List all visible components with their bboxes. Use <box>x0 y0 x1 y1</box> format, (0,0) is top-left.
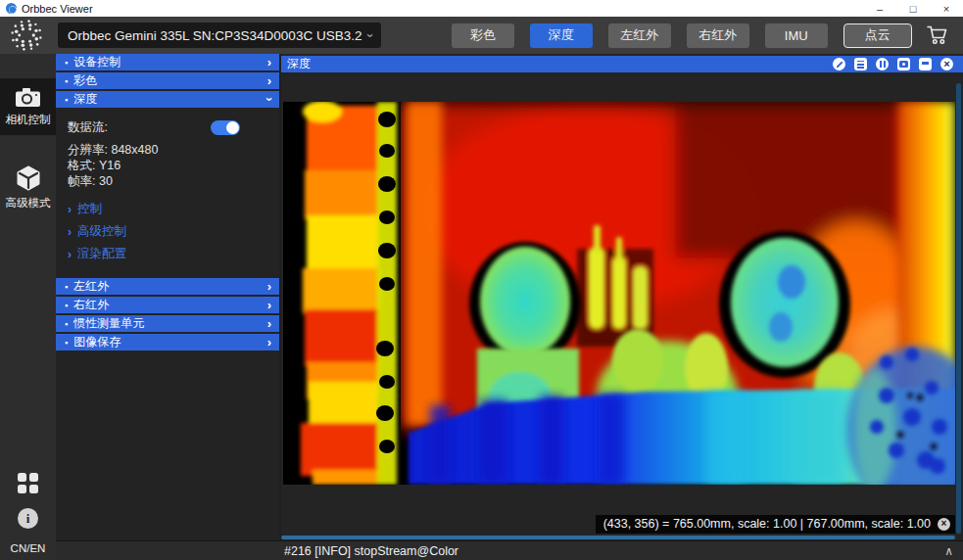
window-title: Orbbec Viewer <box>22 3 93 15</box>
cart-icon[interactable] <box>926 24 949 46</box>
pen-icon[interactable] <box>833 58 845 70</box>
format-value: 格式: Y16 <box>68 158 267 173</box>
device-selector-value: Orbbec Gemini 335L SN:CP3S34D0003C USB3.… <box>68 28 361 43</box>
bullet-icon: ▪ <box>65 338 68 348</box>
titlebar: Orbbec Viewer – □ × <box>0 0 963 17</box>
link-advanced-control[interactable]: › 高级控制 <box>68 223 267 240</box>
save-icon[interactable] <box>919 58 932 70</box>
metadata-icon[interactable] <box>854 58 867 70</box>
bullet-icon: ▪ <box>65 76 68 86</box>
close-icon[interactable]: × <box>940 58 953 70</box>
info-icon[interactable]: i <box>18 508 38 529</box>
link-label: 高级控制 <box>77 223 126 240</box>
close-button[interactable]: × <box>930 3 963 15</box>
language-toggle[interactable]: CN/EN <box>11 542 46 554</box>
link-control[interactable]: › 控制 <box>68 201 267 217</box>
section-image-save[interactable]: ▪ 图像保存 › <box>56 334 279 350</box>
control-panel: ▪ 设备控制 › ▪ 彩色 › ▪ 深度 › 数据流: 分辨率: 848x480… <box>56 54 279 540</box>
section-label: 惯性测量单元 <box>73 315 144 332</box>
pixel-status-text: (433, 356) = 765.00mm, scale: 1.00 | 767… <box>603 517 931 531</box>
section-depth[interactable]: ▪ 深度 › <box>56 91 279 108</box>
app-icon <box>6 3 17 14</box>
chevron-right-icon: › <box>267 336 271 349</box>
log-bar: #216 [INFO] stopStream@Color ∧ <box>56 540 963 560</box>
vertical-scrollbar[interactable] <box>956 83 961 534</box>
bullet-icon: ▪ <box>65 301 68 310</box>
section-label: 左红外 <box>73 278 109 295</box>
grid-icon[interactable] <box>18 473 39 494</box>
link-label: 渲染配置 <box>77 246 126 262</box>
bullet-icon: ▪ <box>65 282 68 292</box>
viewport-header-icons: × <box>833 58 957 70</box>
status-close-icon[interactable]: × <box>938 518 950 531</box>
bullet-icon: ▪ <box>65 95 68 105</box>
chevron-right-icon: › <box>267 74 271 87</box>
section-label: 彩色 <box>73 72 97 89</box>
chevron-right-icon: › <box>267 317 271 330</box>
pause-icon[interactable] <box>876 58 889 70</box>
minimize-button[interactable]: – <box>863 3 896 15</box>
cube-icon <box>16 165 41 191</box>
chevron-down-icon: › <box>263 97 275 101</box>
chevron-right-icon: › <box>267 280 271 293</box>
bullet-icon: ▪ <box>65 58 68 68</box>
depth-section-body: 数据流: 分辨率: 848x480 格式: Y16 帧率: 30 › 控制 › … <box>56 110 279 270</box>
sidebar-item-label: 相机控制 <box>6 113 51 127</box>
imu-stream-button[interactable]: IMU <box>765 23 828 48</box>
viewport-title: 深度 <box>287 56 311 72</box>
resolution-value: 分辨率: 848x480 <box>68 142 267 158</box>
log-message: #216 [INFO] stopStream@Color <box>284 544 458 558</box>
log-expand-icon[interactable]: ∧ <box>944 544 953 558</box>
framerate-value: 帧率: 30 <box>68 173 267 189</box>
sidebar-item-camera-control[interactable]: 相机控制 <box>0 78 56 135</box>
chevron-right-icon: › <box>267 299 271 311</box>
toolbar: Orbbec Gemini 335L SN:CP3S34D0003C USB3.… <box>0 17 963 54</box>
section-label: 深度 <box>73 91 97 108</box>
section-label: 右红外 <box>73 297 109 313</box>
device-selector[interactable]: Orbbec Gemini 335L SN:CP3S34D0003C USB3.… <box>58 23 381 48</box>
section-right-ir[interactable]: ▪ 右红外 › <box>56 297 279 313</box>
viewport-header: 深度 × <box>281 56 963 72</box>
depth-viewport: 深度 × <box>281 54 963 540</box>
right-ir-stream-button[interactable]: 右红外 <box>687 23 749 48</box>
maximize-button[interactable]: □ <box>896 3 930 15</box>
sidebar-item-label: 高级模式 <box>6 196 51 210</box>
section-device-control[interactable]: ▪ 设备控制 › <box>56 54 279 70</box>
color-stream-button[interactable]: 彩色 <box>452 23 514 48</box>
orbbec-logo-icon <box>7 16 46 55</box>
link-label: 控制 <box>77 201 102 217</box>
chevron-down-icon: › <box>363 33 378 37</box>
snapshot-icon[interactable] <box>897 58 910 70</box>
pointcloud-stream-button[interactable]: 点云 <box>843 23 912 48</box>
section-label: 图像保存 <box>73 334 120 350</box>
section-left-ir[interactable]: ▪ 左红外 › <box>56 278 279 295</box>
chevron-right-icon: › <box>267 56 271 69</box>
left-ir-stream-button[interactable]: 左红外 <box>608 23 671 48</box>
bullet-icon: ▪ <box>65 319 68 329</box>
section-label: 设备控制 <box>73 54 120 70</box>
depth-stream-button[interactable]: 深度 <box>530 23 593 48</box>
sidebar-item-advanced-mode[interactable]: 高级模式 <box>0 157 56 218</box>
stream-label: 数据流: <box>68 119 108 136</box>
chevron-right-icon: › <box>68 248 72 261</box>
sidebar-bottom: i CN/EN <box>0 473 56 554</box>
chevron-right-icon: › <box>68 225 72 239</box>
section-imu[interactable]: ▪ 惯性测量单元 › <box>56 315 279 332</box>
depth-image[interactable] <box>283 102 955 485</box>
pixel-status: (433, 356) = 765.00mm, scale: 1.00 | 767… <box>596 515 955 534</box>
toggle-knob <box>226 121 239 134</box>
camera-icon <box>15 87 41 108</box>
stream-toggle[interactable] <box>211 120 240 135</box>
sidebar: 相机控制 高级模式 i CN/EN <box>0 54 56 560</box>
window-controls: – □ × <box>863 0 963 17</box>
horizontal-scrollbar[interactable] <box>281 536 955 539</box>
chevron-right-icon: › <box>68 203 72 216</box>
section-color[interactable]: ▪ 彩色 › <box>56 72 279 89</box>
link-render-config[interactable]: › 渲染配置 <box>68 246 267 262</box>
stream-buttons: 彩色 深度 左红外 右红外 IMU 点云 <box>452 23 912 48</box>
